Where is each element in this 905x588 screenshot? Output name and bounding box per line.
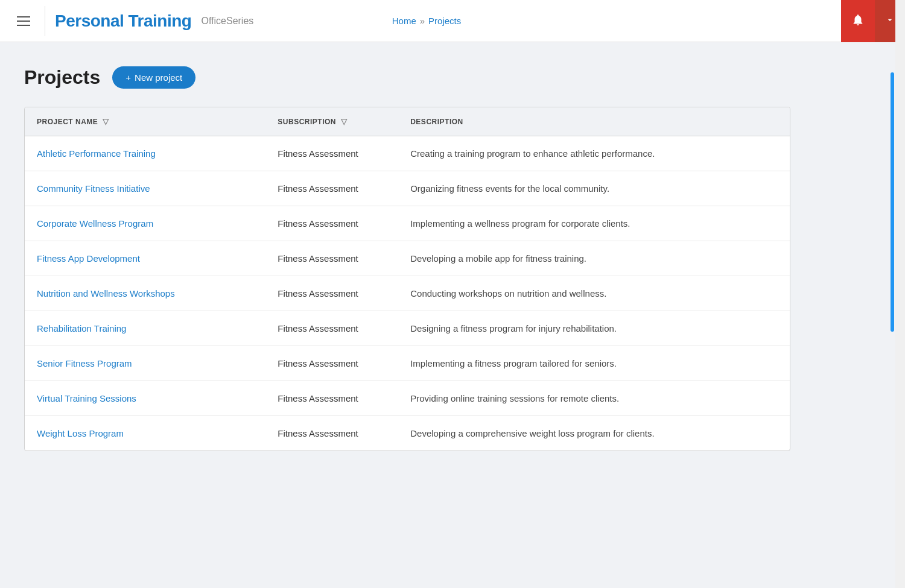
filter-subscription-icon[interactable]: ▽ [341, 117, 348, 126]
hamburger-menu[interactable] [12, 11, 35, 31]
project-name-cell[interactable]: Athletic Performance Training [25, 136, 265, 171]
subscription-cell: Fitness Assessment [265, 136, 398, 171]
header-divider [45, 6, 45, 36]
project-name-cell[interactable]: Rehabilitation Training [25, 311, 265, 346]
breadcrumb: Home » Projects [392, 16, 462, 26]
nav-home-link[interactable]: Home [392, 16, 416, 26]
project-name-cell[interactable]: Corporate Wellness Program [25, 206, 265, 241]
description-cell: Implementing a wellness program for corp… [398, 206, 790, 241]
app-header: Personal Training OfficeSeries Home » Pr… [0, 0, 905, 42]
description-cell: Providing online training sessions for r… [398, 381, 790, 416]
filter-project-name-icon[interactable]: ▽ [103, 117, 109, 126]
subscription-cell: Fitness Assessment [265, 416, 398, 451]
description-cell: Conducting workshops on nutrition and we… [398, 276, 790, 311]
description-cell: Developing a mobile app for fitness trai… [398, 241, 790, 276]
project-name-cell[interactable]: Nutrition and Wellness Workshops [25, 276, 265, 311]
project-name-cell[interactable]: Weight Loss Program [25, 416, 265, 451]
scrollbar-track[interactable] [895, 0, 905, 588]
page-title: Projects [24, 66, 100, 89]
table-row: Nutrition and Wellness WorkshopsFitness … [25, 276, 790, 311]
new-project-label: New project [135, 72, 182, 83]
projects-table: PROJECT NAME ▽ SUBSCRIPTION ▽ DESCRIPTIO… [25, 107, 790, 450]
page-header: Projects + New project [24, 66, 881, 89]
app-subtitle: OfficeSeries [201, 16, 253, 27]
projects-table-container: PROJECT NAME ▽ SUBSCRIPTION ▽ DESCRIPTIO… [24, 107, 790, 451]
table-row: Senior Fitness ProgramFitness Assessment… [25, 346, 790, 381]
nav-current: Projects [428, 16, 461, 26]
subscription-cell: Fitness Assessment [265, 276, 398, 311]
app-title: Personal Training [55, 11, 191, 31]
subscription-cell: Fitness Assessment [265, 171, 398, 206]
scrollbar-thumb[interactable] [891, 72, 894, 332]
col-header-description: DESCRIPTION [398, 107, 790, 136]
chevron-down-icon [885, 15, 895, 27]
subscription-cell: Fitness Assessment [265, 346, 398, 381]
description-cell: Developing a comprehensive weight loss p… [398, 416, 790, 451]
plus-icon: + [125, 72, 131, 83]
header-left: Personal Training OfficeSeries [0, 6, 392, 36]
description-cell: Creating a training program to enhance a… [398, 136, 790, 171]
new-project-button[interactable]: + New project [112, 66, 195, 89]
subscription-cell: Fitness Assessment [265, 381, 398, 416]
description-cell: Designing a fitness program for injury r… [398, 311, 790, 346]
table-row: Community Fitness InitiativeFitness Asse… [25, 171, 790, 206]
project-name-cell[interactable]: Virtual Training Sessions [25, 381, 265, 416]
subscription-cell: Fitness Assessment [265, 206, 398, 241]
table-row: Rehabilitation TrainingFitness Assessmen… [25, 311, 790, 346]
main-content: Projects + New project PROJECT NAME ▽ [0, 42, 905, 475]
col-header-project-name: PROJECT NAME ▽ [25, 107, 265, 136]
table-row: Virtual Training SessionsFitness Assessm… [25, 381, 790, 416]
description-cell: Implementing a fitness program tailored … [398, 346, 790, 381]
subscription-cell: Fitness Assessment [265, 311, 398, 346]
nav-separator: » [420, 16, 425, 26]
col-header-subscription: SUBSCRIPTION ▽ [265, 107, 398, 136]
notifications-button[interactable] [841, 0, 875, 42]
table-row: Fitness App DevelopmentFitness Assessmen… [25, 241, 790, 276]
table-header-row: PROJECT NAME ▽ SUBSCRIPTION ▽ DESCRIPTIO… [25, 107, 790, 136]
project-name-cell[interactable]: Senior Fitness Program [25, 346, 265, 381]
table-row: Weight Loss ProgramFitness AssessmentDev… [25, 416, 790, 451]
project-name-cell[interactable]: Fitness App Development [25, 241, 265, 276]
project-name-cell[interactable]: Community Fitness Initiative [25, 171, 265, 206]
table-row: Corporate Wellness ProgramFitness Assess… [25, 206, 790, 241]
table-row: Athletic Performance TrainingFitness Ass… [25, 136, 790, 171]
description-cell: Organizing fitness events for the local … [398, 171, 790, 206]
bell-icon [851, 13, 865, 28]
subscription-cell: Fitness Assessment [265, 241, 398, 276]
